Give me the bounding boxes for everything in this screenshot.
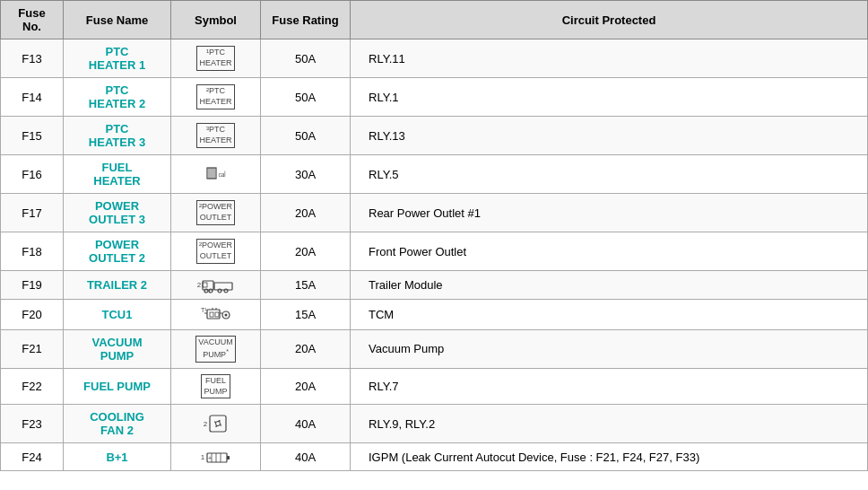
cell-circuit-protected: Front Power Outlet [351, 232, 868, 271]
cell-fuse-no: F14 [1, 78, 64, 117]
header-circuit-protected: Circuit Protected [351, 1, 868, 39]
symbol-ptc: ²PTCHEATER [196, 84, 236, 109]
cell-symbol: 2 [171, 405, 261, 443]
symbol-power: ²POWEROUTLET [196, 239, 235, 263]
cell-fuse-name: PTCHEATER 1 [64, 39, 171, 78]
cell-fuse-no: F24 [1, 443, 64, 471]
svg-text:㎈: ㎈ [218, 170, 226, 179]
cell-fuse-name: TCU1 [64, 299, 171, 329]
symbol-fuel-heater: ㎈ [206, 165, 226, 181]
svg-rect-15 [210, 312, 213, 317]
svg-text:+: + [208, 455, 212, 461]
cell-symbol: VACUUMPUMP* [171, 329, 261, 368]
table-row: F20TCU1 T¹ 15ATCM [1, 299, 868, 329]
svg-rect-8 [214, 283, 232, 290]
svg-rect-7 [203, 283, 207, 287]
cell-fuse-no: F22 [1, 368, 64, 404]
cell-symbol: FUELPUMP [171, 368, 261, 404]
table-row: F24B+1 1 + 40AIGPM (Leak Current Autocut… [1, 443, 868, 471]
symbol-battery: 1 + [201, 451, 230, 465]
cell-circuit-protected: Trailer Module [351, 271, 868, 300]
cell-symbol: ¹PTCHEATER [171, 39, 261, 78]
cell-circuit-protected: RLY.9, RLY.2 [351, 405, 868, 443]
symbol-trailer: 2 [197, 277, 234, 293]
header-fuse-no: Fuse No. [1, 1, 64, 39]
symbol-fuel-pump: FUELPUMP [201, 374, 230, 398]
cell-circuit-protected: RLY.11 [351, 39, 868, 78]
cell-circuit-protected: Vacuum Pump [351, 329, 868, 368]
table-row: F19TRAILER 2 2 15ATrailer Module [1, 271, 868, 300]
cell-fuse-rating: 15A [261, 271, 351, 300]
symbol-fan: 2 [204, 414, 228, 433]
cell-fuse-rating: 40A [261, 405, 351, 443]
cell-fuse-no: F23 [1, 405, 64, 443]
cell-fuse-rating: 50A [261, 117, 351, 155]
svg-point-23 [224, 313, 227, 316]
cell-circuit-protected: RLY.1 [351, 78, 868, 117]
cell-circuit-protected: RLY.13 [351, 117, 868, 155]
cell-fuse-name: FUELHEATER [64, 155, 171, 194]
symbol-ptc: ¹PTCHEATER [196, 46, 236, 70]
symbol-ptc: ³PTCHEATER [196, 123, 236, 147]
cell-fuse-no: F18 [1, 232, 64, 271]
cell-fuse-no: F16 [1, 155, 64, 194]
cell-circuit-protected: Rear Power Outlet #1 [351, 194, 868, 232]
cell-fuse-no: F13 [1, 39, 64, 78]
cell-circuit-protected: RLY.5 [351, 155, 868, 194]
cell-symbol: ²POWEROUTLET [171, 194, 261, 232]
svg-rect-0 [207, 168, 216, 179]
cell-fuse-name: B+1 [64, 443, 171, 471]
table-row: F22FUEL PUMPFUELPUMP20ARLY.7 [1, 368, 868, 404]
cell-circuit-protected: TCM [351, 299, 868, 329]
symbol-power: ²POWEROUTLET [196, 200, 235, 224]
svg-text:T¹: T¹ [201, 307, 207, 313]
cell-fuse-name: PTCHEATER 2 [64, 78, 171, 117]
svg-point-25 [216, 422, 221, 426]
table-row: F17POWEROUTLET 3²POWEROUTLET20ARear Powe… [1, 194, 868, 232]
cell-symbol: 2 [171, 271, 261, 300]
cell-fuse-name: POWEROUTLET 3 [64, 194, 171, 232]
cell-fuse-name: FUEL PUMP [64, 368, 171, 404]
cell-fuse-rating: 50A [261, 39, 351, 78]
cell-fuse-name: POWEROUTLET 2 [64, 232, 171, 271]
table-row: F13PTCHEATER 1¹PTCHEATER50ARLY.11 [1, 39, 868, 78]
svg-rect-24 [210, 416, 226, 432]
cell-fuse-name: VACUUMPUMP [64, 329, 171, 368]
table-header-row: Fuse No. Fuse Name Symbol Fuse Rating Ci… [1, 1, 868, 39]
table-row: F23COOLINGFAN 2 2 40ARLY.9, RLY.2 [1, 405, 868, 443]
cell-fuse-rating: 15A [261, 299, 351, 329]
cell-circuit-protected: IGPM (Leak Current Autocut Device, Fuse … [351, 443, 868, 471]
table-row: F21VACUUMPUMPVACUUMPUMP*20AVacuum Pump [1, 329, 868, 368]
cell-fuse-no: F17 [1, 194, 64, 232]
table-row: F16FUELHEATER ㎈ 30ARLY.5 [1, 155, 868, 194]
cell-fuse-rating: 20A [261, 329, 351, 368]
cell-symbol: ³PTCHEATER [171, 117, 261, 155]
svg-rect-6 [203, 281, 213, 290]
fuse-table: Fuse No. Fuse Name Symbol Fuse Rating Ci… [0, 0, 868, 471]
header-fuse-rating: Fuse Rating [261, 1, 351, 39]
cell-fuse-rating: 30A [261, 155, 351, 194]
cell-fuse-rating: 20A [261, 368, 351, 404]
svg-rect-16 [215, 312, 219, 317]
symbol-tcu: T¹ [200, 305, 232, 321]
cell-fuse-rating: 20A [261, 232, 351, 271]
cell-fuse-no: F15 [1, 117, 64, 155]
table-row: F18POWEROUTLET 2²POWEROUTLET20AFront Pow… [1, 232, 868, 271]
header-fuse-name: Fuse Name [64, 1, 171, 39]
cell-fuse-no: F20 [1, 299, 64, 329]
table-row: F14PTCHEATER 2²PTCHEATER50ARLY.1 [1, 78, 868, 117]
cell-symbol: ²POWEROUTLET [171, 232, 261, 271]
cell-circuit-protected: RLY.7 [351, 368, 868, 404]
cell-fuse-rating: 40A [261, 443, 351, 471]
cell-fuse-rating: 50A [261, 78, 351, 117]
table-row: F15PTCHEATER 3³PTCHEATER50ARLY.13 [1, 117, 868, 155]
cell-fuse-name: PTCHEATER 3 [64, 117, 171, 155]
header-symbol: Symbol [171, 1, 261, 39]
cell-fuse-no: F19 [1, 271, 64, 300]
cell-symbol: T¹ [171, 299, 261, 329]
cell-symbol: 1 + [171, 443, 261, 471]
cell-fuse-name: COOLINGFAN 2 [64, 405, 171, 443]
cell-symbol: ㎈ [171, 155, 261, 194]
cell-fuse-rating: 20A [261, 194, 351, 232]
svg-rect-27 [227, 456, 230, 459]
